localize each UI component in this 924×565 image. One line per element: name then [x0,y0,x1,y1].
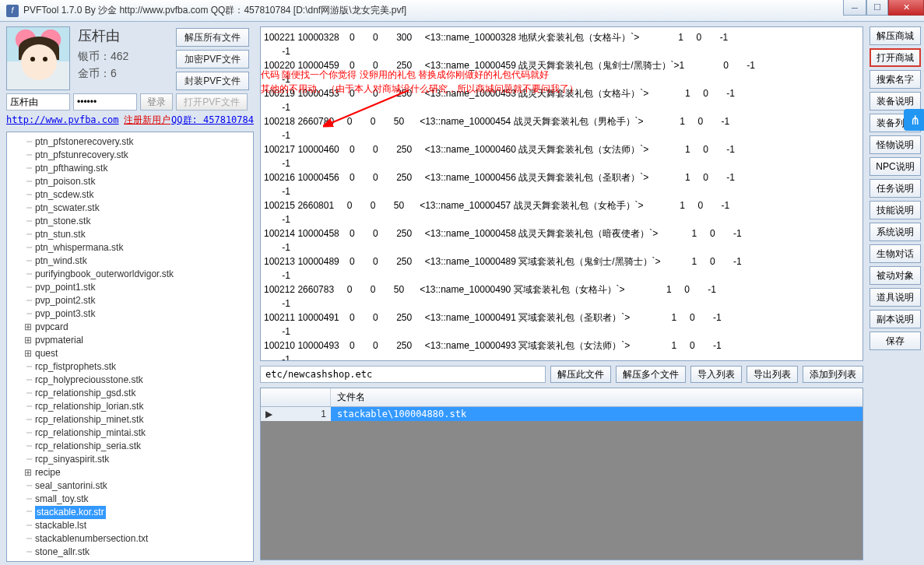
import-list-button[interactable]: 导入列表 [690,366,742,383]
tree-item[interactable]: ptn_scdew.stk [7,188,253,202]
data-row[interactable]: 100218 2660780 0 0 50 <13::name_10000454… [264,114,859,128]
site-link[interactable]: http://www.pvfba.com [6,114,119,125]
data-row[interactable]: 100213 10000489 0 0 250 <13::name_100004… [264,254,859,268]
tree-item[interactable]: ptn_pfstunrecovery.stk [7,149,253,162]
skill-desc-button[interactable]: 技能说明 [870,201,921,219]
avatar [6,26,70,90]
tree-item[interactable]: ptn_pfthawing.stk [7,162,253,175]
login-button[interactable]: 登录 [140,93,173,111]
tree-item[interactable]: quest [7,347,253,360]
row-index: 1 [321,409,326,419]
data-row[interactable]: 100211 10000491 0 0 250 <13::name_100004… [264,311,859,325]
tree-item[interactable]: pvpmaterial [7,334,253,347]
tree-item[interactable]: rcp_relationship_minet.stk [7,413,253,426]
passive-obj-button[interactable]: 被动对象 [870,266,921,285]
file-list[interactable]: 文件名 ▶1 stackable\100004880.stk [260,388,863,560]
tree-item[interactable]: small_toy.stk [7,493,253,506]
bio-dialog-button[interactable]: 生物对话 [870,244,921,263]
tree-item[interactable]: rcp_relationship_lorian.stk [7,400,253,413]
data-row-cont: -1 [264,44,859,58]
seal-pvf-button[interactable]: 封装PVF文件 [176,72,249,90]
encrypt-pvf-button[interactable]: 加密PVF文件 [176,50,249,68]
tree-item[interactable]: stone_helth.stk [7,559,253,562]
tree-item[interactable]: rcp_relationship_mintai.stk [7,426,253,440]
data-row[interactable]: 100215 2660801 0 0 50 <13::name_10000457… [264,198,859,212]
unpack-all-button[interactable]: 解压所有文件 [176,28,249,47]
data-row[interactable]: 100219 10000453 0 0 250 <13::name_100004… [264,86,859,100]
tree-item[interactable]: ptn_wind.stk [7,254,253,268]
tree-item[interactable]: pvp_point1.stk [7,281,253,294]
data-row-cont: -1 [264,156,859,170]
open-pvf-button[interactable]: 打开PVF文件 [176,93,248,111]
export-list-button[interactable]: 导出列表 [747,366,798,383]
tree-item[interactable]: rcp_fistprophets.stk [7,360,253,374]
share-icon[interactable]: ⋔ [904,109,924,131]
tree-item[interactable]: rcp_sinyaspirit.stk [7,453,253,466]
tree-item[interactable]: ptn_scwater.stk [7,202,253,215]
tree-item[interactable]: purifyingbook_outerworldvigor.stk [7,268,253,281]
task-desc-button[interactable]: 任务说明 [870,179,921,198]
unpack-mall-button[interactable]: 解压商城 [870,26,921,45]
add-to-list-button[interactable]: 添加到列表 [803,366,863,383]
tree-item[interactable]: stackable.lst [7,519,253,532]
app-icon: f [6,5,19,17]
tree-item[interactable]: ptn_stun.stk [7,228,253,241]
list-item[interactable]: ▶1 stackable\100004880.stk [261,407,863,421]
data-row-cont: -1 [264,212,859,226]
minimize-button[interactable]: ─ [843,0,866,16]
tree-item[interactable]: pvp_point3.stk [7,307,253,321]
close-button[interactable]: ✕ [888,0,924,16]
monster-desc-button[interactable]: 怪物说明 [870,135,921,154]
data-row[interactable]: 100214 10000458 0 0 250 <13::name_100004… [264,226,859,240]
data-row[interactable]: 100212 2660783 0 0 50 <13::name_10000490… [264,282,859,297]
tree-item[interactable]: pvp_point2.stk [7,294,253,307]
item-desc-button[interactable]: 道具说明 [870,288,921,307]
data-row[interactable]: 100216 10000456 0 0 250 <13::name_100004… [264,170,859,184]
search-name-button[interactable]: 搜索名字 [870,70,921,89]
tree-item[interactable]: rcp_relationship_gsd.stk [7,387,253,400]
gold-count: 金币：6 [78,67,128,81]
register-link[interactable]: 注册新用户 [124,114,170,125]
data-row[interactable]: 100217 10000460 0 0 250 <13::name_100004… [264,142,859,156]
tree-item[interactable]: ptn_whispermana.stk [7,241,253,254]
data-row[interactable]: 100221 10000328 0 0 300 <13::name_100003… [264,30,859,44]
tree-item[interactable]: rcp_holypreciousstone.stk [7,374,253,387]
tree-item[interactable]: seal_santorini.stk [7,479,253,493]
tree-item[interactable]: ptn_stone.stk [7,215,253,228]
system-desc-button[interactable]: 系统说明 [870,223,921,241]
data-row-cont: -1 [264,72,859,86]
data-row[interactable]: 100220 10000459 0 0 250 <13::name_100004… [264,58,859,72]
col-filename[interactable]: 文件名 [331,388,863,406]
data-row-cont: -1 [264,100,859,114]
npc-desc-button[interactable]: NPC说明 [870,157,921,176]
maximize-button[interactable]: ☐ [866,0,888,16]
tree-item[interactable]: stackablenumbersection.txt [7,532,253,546]
equip-desc-button[interactable]: 装备说明 [870,92,921,111]
data-row[interactable]: 100210 10000493 0 0 250 <13::name_100004… [264,339,859,353]
row-filename: stackable\100004880.stk [331,407,863,421]
tree-item[interactable]: recipe [7,466,253,479]
path-field[interactable] [260,366,546,383]
tree-item[interactable]: ptn_poison.stk [7,175,253,188]
tree-item[interactable]: pvpcard [7,321,253,334]
col-index[interactable] [261,388,331,406]
dungeon-desc-button[interactable]: 副本说明 [870,310,921,328]
tree-item[interactable]: ptn_pfstonerecovery.stk [7,135,253,149]
tree-item-selected[interactable]: stackable.kor.str [35,506,106,519]
data-row-cont: -1 [264,184,859,198]
data-row-cont: -1 [264,353,859,361]
row-marker-icon: ▶ [265,409,272,419]
qq-link[interactable]: QQ群: 457810784 [171,114,254,127]
nickname: 压杆由 [78,26,128,45]
tree-item[interactable]: stone_allr.stk [7,546,253,559]
open-mall-button[interactable]: 打开商城 [870,48,921,67]
save-button[interactable]: 保存 [870,332,921,350]
unpack-multi-button[interactable]: 解压多个文件 [616,366,686,383]
password-input[interactable] [73,93,137,111]
file-tree[interactable]: ptn_pfstonerecovery.stkptn_pfstunrecover… [6,132,254,562]
text-editor[interactable]: 代码 随便找一个你觉得 没卵用的礼包 替换成你刚做好的礼包代码就好 其他的不用动… [260,26,863,361]
silver-count: 银币：462 [78,50,128,64]
username-input[interactable] [6,93,70,111]
tree-item[interactable]: rcp_relationship_seria.stk [7,440,253,453]
unpack-this-button[interactable]: 解压此文件 [550,366,611,383]
